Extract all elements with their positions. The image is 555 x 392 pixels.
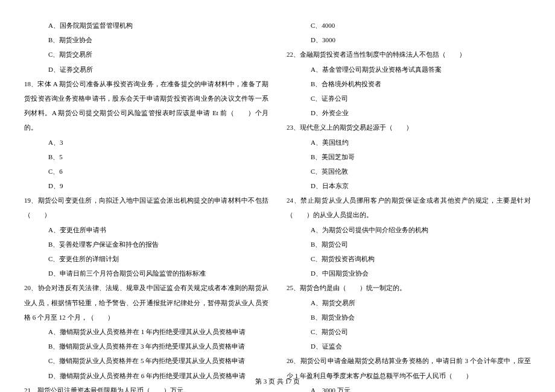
question-19: 19、期货公司变更住所，向拟迁入地中国证监会派出机构提交的申请材料中不包括（ ） <box>24 193 268 222</box>
q24-option-b: B、期货公司 <box>311 237 531 251</box>
q25-option-b: B、期货业协会 <box>311 310 531 324</box>
question-25: 25、期货合约是由（ ）统一制定的。 <box>287 280 531 295</box>
q23-option-b: B、美国芝加哥 <box>311 150 531 164</box>
q19-option-a: A、变更住所申请书 <box>48 223 268 237</box>
q23-option-c: C、英国伦敦 <box>311 164 531 179</box>
q21-option-c: C、4000 <box>311 18 531 33</box>
q22-option-b: B、合格境外机构投资者 <box>311 77 531 91</box>
q20-option-d: D、撤销期货从业人员资格并在 6 年内拒绝受理其从业人员资格申请 <box>48 368 268 383</box>
q18-option-b: B、5 <box>48 150 268 164</box>
q23-option-a: A、美国纽约 <box>311 135 531 150</box>
q22-option-c: C、证券公司 <box>311 91 531 106</box>
q19-option-d: D、申请日前三个月符合期货公司风险监管的指标标准 <box>48 266 268 280</box>
q20-option-a: A、撤销期货从业人员资格并在 1 年内拒绝受理其从业人员资格申请 <box>48 324 268 339</box>
question-26: 26、期货公司申请金融期货交易结算业务资格的，申请日前 3 个会计年度中，应至少… <box>287 353 531 382</box>
q17-option-b: B、期货业协会 <box>48 33 268 47</box>
question-23: 23、现代意义上的期货交易起源于（ ） <box>287 120 531 134</box>
q20-option-c: C、撤销期货从业人员资格并在 5 年内拒绝受理其从业人员资格申请 <box>48 353 268 368</box>
q24-option-c: C、期货投资咨询机构 <box>311 251 531 266</box>
right-column: C、4000 D、3000 22、金融期货投资者适当性制度中的特殊法人不包括（ … <box>287 18 531 368</box>
q25-option-a: A、期货交易所 <box>311 296 531 310</box>
q20-option-b: B、撤销期货从业人员资格并在 3 年内拒绝受理其从业人员资格申请 <box>48 339 268 353</box>
q19-option-b: B、妥善处理客户保证金和持仓的报告 <box>48 237 268 251</box>
question-20: 20、协会对违反有关法律、法规、规章及中国证监会有关规定或者本准则的期货从业人员… <box>24 280 268 324</box>
question-21: 21、期货公司注册资本最低限额为人民币（ ）万元。 <box>24 383 268 392</box>
left-column: A、国务院期货监督管理机构 B、期货业协会 C、期货交易所 D、证券交易所 18… <box>24 18 268 368</box>
question-24: 24、禁止期货从业人员挪用客户的期货保证金或者其他资产的规定，主要是针对（ ）的… <box>287 193 531 222</box>
q18-option-a: A、3 <box>48 135 268 150</box>
q26-option-a: A、3000 万元 <box>311 383 531 392</box>
question-22: 22、金融期货投资者适当性制度中的特殊法人不包括（ ） <box>287 47 531 62</box>
q21-option-d: D、3000 <box>311 33 531 47</box>
q22-option-a: A、基金管理公司期货从业资格考试真题答案 <box>311 62 531 77</box>
page-content: A、国务院期货监督管理机构 B、期货业协会 C、期货交易所 D、证券交易所 18… <box>24 18 531 368</box>
q24-option-a: A、为期货公司提供中间介绍业务的机构 <box>311 223 531 237</box>
q18-option-d: D、9 <box>48 179 268 193</box>
q25-option-c: C、期货公司 <box>311 324 531 339</box>
q19-option-c: C、变更住所的详细计划 <box>48 251 268 266</box>
q17-option-d: D、证券交易所 <box>48 62 268 77</box>
q25-option-d: D、证监会 <box>311 339 531 353</box>
question-18: 18、宋体 A 期货公司准备从事投资咨询业务，在准备提交的申请材料中，准备了期货… <box>24 77 268 135</box>
q18-option-c: C、6 <box>48 164 268 179</box>
q24-option-d: D、中国期货业协会 <box>311 266 531 280</box>
q17-option-c: C、期货交易所 <box>48 47 268 62</box>
q23-option-d: D、日本东京 <box>311 179 531 193</box>
q17-option-a: A、国务院期货监督管理机构 <box>48 18 268 33</box>
q22-option-d: D、外资企业 <box>311 106 531 120</box>
